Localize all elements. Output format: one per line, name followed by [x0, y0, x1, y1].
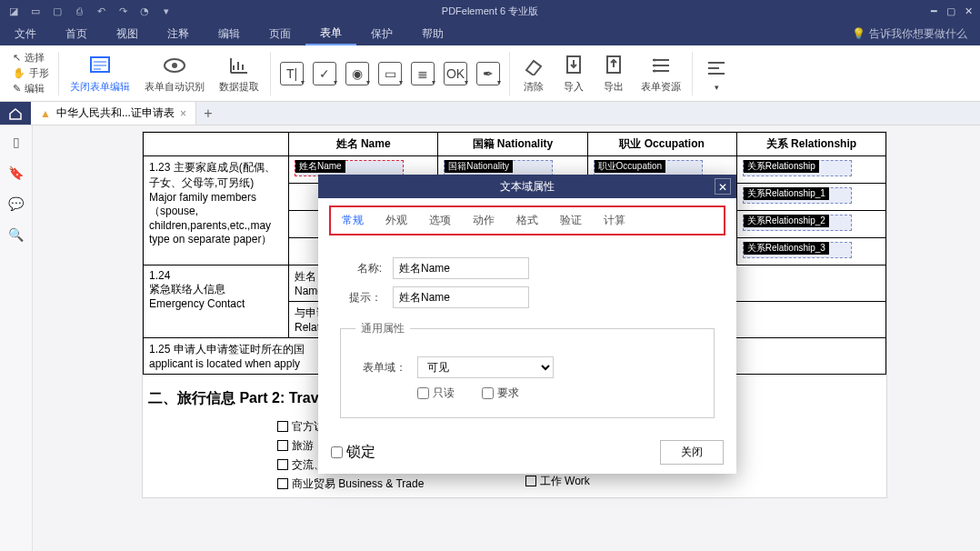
- resources-button[interactable]: 表单资源: [634, 51, 688, 95]
- menu-view[interactable]: 视图: [102, 22, 153, 45]
- tab-validate[interactable]: 验证: [549, 207, 593, 234]
- common-properties-group: 通用属性 表单域： 可见 只读 要求: [340, 321, 715, 418]
- extract-label: 数据提取: [219, 80, 259, 94]
- tell-me[interactable]: 💡 告诉我你想要做什么: [852, 26, 980, 42]
- document-tab[interactable]: ▲ 中华人民共和...证申请表 ×: [31, 102, 196, 125]
- close-form-edit-label: 关闭表单编辑: [70, 80, 130, 94]
- select-tool[interactable]: ↖选择: [13, 51, 49, 65]
- checkbox-field-icon[interactable]: ✓▾: [313, 62, 336, 85]
- dialog-title: 文本域属性: [500, 179, 555, 195]
- tab-format[interactable]: 格式: [505, 207, 549, 234]
- field-rel-0[interactable]: 关系Relationship: [743, 160, 852, 176]
- extract-data-button[interactable]: 数据提取: [212, 51, 266, 95]
- dialog-close-icon[interactable]: ✕: [715, 178, 731, 195]
- auto-recognize-label: 表单自动识别: [145, 80, 205, 94]
- dialog-tabs: 常规 外观 选项 动作 格式 验证 计算: [329, 205, 725, 235]
- name-label: 名称:: [340, 261, 382, 276]
- form-field-tools: T|▾ ✓▾ ◉▾ ▭▾ ≣▾ OK▾ ✒▾: [275, 62, 505, 85]
- export-icon: [601, 53, 626, 78]
- col-occupation: 职业 Occupation: [587, 133, 736, 156]
- eraser-icon: [521, 53, 546, 78]
- tab-appearance[interactable]: 外观: [375, 207, 418, 234]
- dialog-title-bar[interactable]: 文本域属性 ✕: [318, 175, 736, 198]
- edit-tool[interactable]: ✎编辑: [13, 82, 49, 95]
- resources-label: 表单资源: [641, 80, 681, 94]
- close-form-edit-button[interactable]: 关闭表单编辑: [63, 51, 137, 95]
- separator: [270, 52, 271, 95]
- button-field-icon[interactable]: OK▾: [444, 62, 467, 85]
- combo-field-icon[interactable]: ▭▾: [378, 62, 402, 85]
- qat-more-icon[interactable]: ▾: [160, 5, 173, 17]
- purpose-work[interactable]: 工作 Work: [525, 472, 696, 491]
- name-input[interactable]: [393, 257, 529, 279]
- minimize-icon[interactable]: ━: [931, 5, 937, 17]
- svg-point-2: [172, 63, 177, 68]
- menu-protect[interactable]: 保护: [356, 22, 407, 45]
- menu-home[interactable]: 首页: [51, 22, 102, 45]
- hand-tool[interactable]: ✋手形: [13, 66, 49, 80]
- hint-label: 提示：: [340, 290, 382, 306]
- dialog-footer: 锁定 关闭: [318, 431, 736, 474]
- tell-me-label: 告诉我你想要做什么: [869, 26, 967, 42]
- save-icon[interactable]: ▢: [51, 5, 64, 17]
- undo-icon[interactable]: ↶: [95, 5, 107, 17]
- auto-recognize-button[interactable]: 表单自动识别: [137, 51, 212, 95]
- lock-checkbox[interactable]: 锁定: [331, 443, 375, 462]
- menu-file[interactable]: 文件: [0, 22, 51, 45]
- home-tab[interactable]: [0, 102, 31, 125]
- visibility-select[interactable]: 可见: [417, 356, 554, 378]
- bookmarks-icon[interactable]: 🔖: [8, 165, 24, 180]
- maximize-icon[interactable]: ▢: [946, 5, 955, 17]
- tab-options[interactable]: 选项: [418, 207, 462, 234]
- separator: [692, 52, 693, 95]
- field-rel-3[interactable]: 关系Relationship_3: [743, 242, 852, 258]
- window-controls: ━ ▢ ✕: [931, 5, 980, 17]
- menu-form[interactable]: 表单: [305, 22, 356, 45]
- required-checkbox[interactable]: 要求: [482, 386, 519, 401]
- menu-edit[interactable]: 编辑: [204, 22, 255, 45]
- clear-button[interactable]: 清除: [514, 51, 554, 95]
- chart-icon: [226, 53, 252, 78]
- dialog-body: 名称: 提示： 通用属性 表单域： 可见 只读 要求: [318, 243, 736, 431]
- menu-comment[interactable]: 注释: [153, 22, 204, 45]
- left-sidebar: ▯ 🔖 💬 🔍: [0, 125, 33, 551]
- field-rel-2[interactable]: 关系Relationship_2: [743, 215, 852, 231]
- field-rel-1[interactable]: 关系Relationship_1: [743, 187, 852, 204]
- history-icon[interactable]: ◔: [138, 5, 151, 17]
- tab-general[interactable]: 常规: [331, 207, 375, 234]
- comments-icon[interactable]: 💬: [8, 196, 24, 211]
- purpose-business[interactable]: 商业贸易 Business & Trade: [277, 475, 471, 494]
- document-tab-bar: ▲ 中华人民共和...证申请表 × +: [0, 102, 980, 125]
- svg-point-5: [654, 59, 656, 62]
- export-button[interactable]: 导出: [594, 51, 634, 95]
- export-label: 导出: [604, 80, 624, 94]
- import-button[interactable]: 导入: [554, 51, 594, 95]
- app-icon: ◪: [7, 5, 20, 17]
- close-tab-icon[interactable]: ×: [180, 107, 186, 120]
- new-tab-button[interactable]: +: [196, 105, 220, 122]
- cursor-icon: ↖: [13, 52, 21, 64]
- readonly-checkbox[interactable]: 只读: [417, 386, 455, 401]
- hint-input[interactable]: [393, 286, 529, 308]
- menu-help[interactable]: 帮助: [407, 22, 458, 45]
- print-icon[interactable]: ⎙: [73, 5, 85, 17]
- dialog-close-button[interactable]: 关闭: [660, 440, 724, 465]
- import-label: 导入: [564, 80, 584, 94]
- tab-actions[interactable]: 动作: [462, 207, 505, 234]
- signature-field-icon[interactable]: ✒▾: [476, 62, 500, 85]
- open-icon[interactable]: ▭: [29, 5, 42, 17]
- tab-calc[interactable]: 计算: [593, 207, 636, 234]
- search-icon[interactable]: 🔍: [8, 227, 24, 242]
- menu-bar: 文件 首页 视图 注释 编辑 页面 表单 保护 帮助 💡 告诉我你想要做什么: [0, 22, 980, 45]
- list-field-icon[interactable]: ≣▾: [411, 62, 435, 85]
- radio-field-icon[interactable]: ◉▾: [345, 62, 369, 85]
- quick-access-toolbar: ◪ ▭ ▢ ⎙ ↶ ↷ ◔ ▾: [0, 5, 173, 17]
- thumbnails-icon[interactable]: ▯: [13, 135, 20, 149]
- import-icon: [561, 53, 586, 78]
- text-field-icon[interactable]: T|▾: [280, 62, 304, 85]
- redo-icon[interactable]: ↷: [116, 5, 129, 17]
- align-button[interactable]: ▾: [696, 54, 736, 94]
- form-edit-icon: [87, 53, 113, 78]
- menu-page[interactable]: 页面: [255, 22, 305, 45]
- close-icon[interactable]: ✕: [965, 5, 973, 17]
